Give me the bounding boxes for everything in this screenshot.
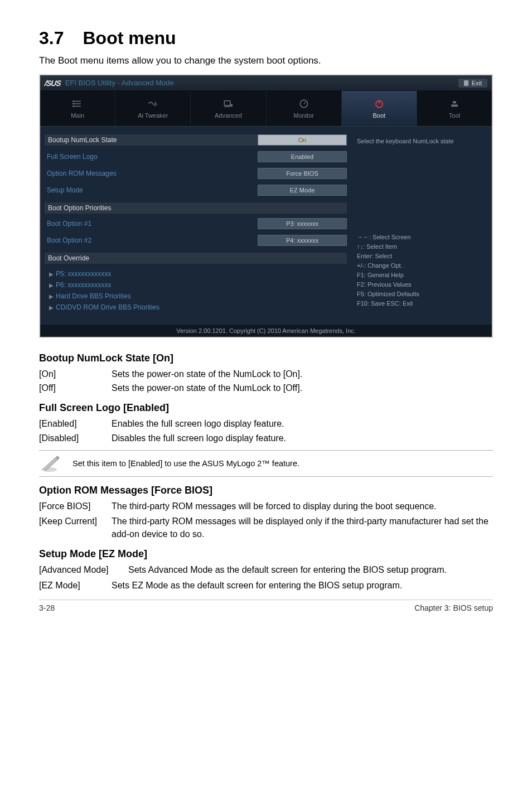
hint-4: +/-: Change Opt. — [357, 261, 485, 270]
tab-boot[interactable]: Boot — [342, 91, 417, 126]
caret-icon: ▶ — [49, 293, 54, 299]
page-footer: 3-28 Chapter 3: BIOS setup — [39, 600, 493, 612]
heading-numlock: Bootup NumLock State [On] — [39, 352, 493, 364]
opt-desc: The third-party ROM messages will be dis… — [112, 515, 493, 540]
tab-main-label: Main — [71, 112, 84, 119]
hint-1: →←: Select Screen — [357, 233, 485, 242]
optrom-value[interactable]: Force BIOS — [258, 168, 347, 179]
override-item-1[interactable]: ▶P5: xxxxxxxxxxxxx — [47, 268, 347, 279]
numlock-value[interactable]: On — [258, 134, 347, 146]
brand-logo: /SUS — [44, 79, 61, 88]
menu-icon — [72, 99, 83, 109]
boot2-label: Boot Option #2 — [47, 236, 258, 244]
svg-point-6 — [154, 102, 156, 104]
row-boot1[interactable]: Boot Option #1 P3: xxxxxxx — [47, 218, 347, 229]
caret-icon: ▶ — [49, 305, 54, 311]
exit-label: Exit — [472, 80, 482, 86]
svg-rect-7 — [225, 100, 231, 105]
override-2-label: P6: xxxxxxxxxxxxx — [56, 281, 111, 289]
heading-optrom: Option ROM Messages [Force BIOS] — [39, 485, 493, 496]
brand-subtitle: EFI BIOS Utility - Advanced Mode — [65, 79, 174, 87]
tab-monitor[interactable]: Monitor — [267, 91, 342, 126]
svg-point-5 — [73, 105, 74, 107]
opt-setup-am: [Advanced Mode] Sets Advanced Mode as th… — [39, 563, 493, 576]
heading-setup: Setup Mode [EZ Mode] — [39, 548, 493, 560]
tab-ai-tweaker[interactable]: Ai Tweaker — [115, 91, 191, 126]
note-block: Set this item to [Enabled] to use the AS… — [39, 450, 493, 477]
note-text: Set this item to [Enabled] to use the AS… — [72, 459, 299, 468]
help-text: Select the keyboard NumLock state — [357, 138, 485, 233]
hint-6: F2: Previous Values — [357, 280, 485, 289]
svg-point-16 — [41, 467, 57, 472]
tab-tool-label: Tool — [449, 112, 460, 119]
opt-key: [Advanced Mode] — [39, 563, 128, 576]
opt-fs-di: [Disabled] Disables the full screen logo… — [39, 432, 493, 445]
opt-desc: Sets EZ Mode as the default screen for e… — [112, 579, 402, 592]
opt-desc: Sets the power-on state of the NumLock t… — [112, 381, 493, 394]
fslogo-value[interactable]: Enabled — [258, 151, 347, 162]
opt-optrom-fb: [Force BIOS] The third-party ROM message… — [39, 500, 493, 513]
opt-fs-en: [Enabled] Enables the full screen logo d… — [39, 417, 493, 430]
opt-desc: Sets the power-on state of the NumLock t… — [112, 368, 493, 380]
bios-footer: Version 2.00.1201. Copyright (C) 2010 Am… — [40, 324, 492, 337]
section-name: Boot menu — [83, 28, 176, 48]
opt-key: [Off] — [39, 381, 112, 394]
tab-monitor-label: Monitor — [293, 112, 314, 119]
nav-hints: →←: Select Screen ↑↓: Select Item Enter:… — [357, 233, 485, 308]
hint-7: F5: Optimized Defaults — [357, 289, 485, 299]
svg-rect-15 — [453, 101, 456, 103]
override-4-label: CD/DVD ROM Drive BBS Priorities — [56, 303, 159, 311]
override-item-4[interactable]: ▶CD/DVD ROM Drive BBS Priorities — [47, 302, 347, 313]
opt-key: [EZ Mode] — [39, 579, 112, 592]
opt-key: [Enabled] — [39, 417, 112, 430]
override-item-2[interactable]: ▶P6: xxxxxxxxxxxxx — [47, 279, 347, 291]
advanced-icon — [223, 99, 234, 109]
caret-icon: ▶ — [49, 271, 54, 277]
override-3-label: Hard Drive BBS Priorities — [56, 292, 131, 300]
section-title: 3.7Boot menu — [39, 28, 493, 49]
bios-right-column: Select the keyboard NumLock state →←: Se… — [357, 134, 485, 313]
tab-boot-label: Boot — [373, 112, 385, 119]
hint-3: Enter: Select — [357, 252, 485, 261]
exit-button[interactable]: Exit — [458, 79, 487, 88]
opt-numlock-off: [Off] Sets the power-on state of the Num… — [39, 381, 493, 394]
opt-optrom-kc: [Keep Current] The third-party ROM messa… — [39, 515, 493, 540]
svg-point-9 — [230, 104, 233, 107]
bios-screenshot: /SUS EFI BIOS Utility - Advanced Mode Ex… — [39, 74, 493, 338]
svg-line-11 — [304, 102, 306, 104]
tab-ai-label: Ai Tweaker — [138, 112, 168, 119]
bios-title-bar: /SUS EFI BIOS Utility - Advanced Mode Ex… — [40, 75, 492, 91]
group-boot-priorities: Boot Option Priorities — [45, 202, 347, 214]
intro-text: The Boot menu items allow you to change … — [39, 55, 493, 66]
row-optrom[interactable]: Option ROM Messages Force BIOS — [47, 168, 347, 179]
row-fslogo[interactable]: Full Screen Logo Enabled — [47, 151, 347, 162]
override-item-3[interactable]: ▶Hard Drive BBS Priorities — [47, 291, 347, 302]
tool-icon — [449, 99, 460, 109]
boot2-value[interactable]: P4: xxxxxxx — [258, 235, 347, 246]
opt-desc: Disables the full screen logo display fe… — [112, 432, 493, 445]
svg-rect-14 — [451, 104, 458, 107]
row-boot2[interactable]: Boot Option #2 P4: xxxxxxx — [47, 235, 347, 246]
setup-value[interactable]: EZ Mode — [258, 185, 347, 196]
row-numlock[interactable]: Bootup NumLock State On — [47, 134, 347, 146]
power-icon — [374, 99, 385, 109]
tab-advanced-label: Advanced — [215, 112, 242, 119]
hint-8: F10: Save ESC: Exit — [357, 299, 485, 308]
override-1-label: P5: xxxxxxxxxxxxx — [56, 270, 111, 278]
bios-body: Bootup NumLock State On Full Screen Logo… — [40, 127, 492, 324]
opt-desc: Sets Advanced Mode as the default screen… — [128, 563, 447, 576]
bios-left-column: Bootup NumLock State On Full Screen Logo… — [47, 134, 347, 313]
chapter-label: Chapter 3: BIOS setup — [414, 603, 493, 612]
boot1-value[interactable]: P3: xxxxxxx — [258, 218, 347, 229]
fslogo-label: Full Screen Logo — [47, 153, 258, 161]
tab-advanced[interactable]: Advanced — [191, 91, 266, 126]
row-setup[interactable]: Setup Mode EZ Mode — [47, 185, 347, 196]
opt-numlock-on: [On] Sets the power-on state of the NumL… — [39, 368, 493, 380]
tab-tool[interactable]: Tool — [417, 91, 492, 126]
numlock-label: Bootup NumLock State — [45, 134, 258, 146]
section-number: 3.7 — [39, 28, 64, 48]
tweaker-icon — [147, 99, 158, 109]
group-boot-override: Boot Override — [45, 253, 347, 264]
tab-main[interactable]: Main — [40, 91, 115, 126]
opt-key: [Disabled] — [39, 432, 112, 445]
